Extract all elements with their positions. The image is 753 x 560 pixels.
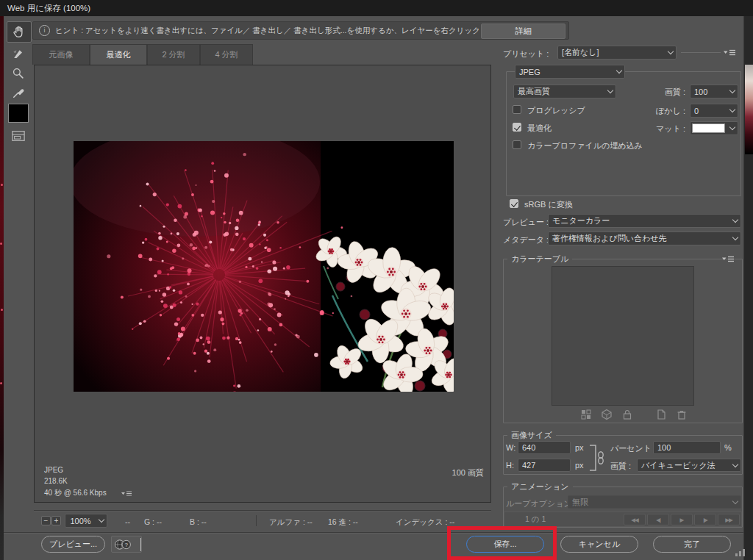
- percent-label: パーセント :: [610, 443, 656, 454]
- preset-value: [名前なし]: [558, 47, 665, 58]
- hand-tool[interactable]: [7, 21, 32, 43]
- zoom-out-button[interactable]: −: [41, 516, 51, 525]
- sliver-spark: [1, 309, 3, 311]
- status-menu-icon[interactable]: [121, 490, 132, 498]
- width-input[interactable]: 640: [518, 441, 571, 454]
- preview-mode-label: プレビュー :: [503, 217, 549, 228]
- chevron-down-icon: [729, 459, 740, 471]
- animation-title: アニメーション: [507, 481, 573, 492]
- sliver-spark: [0, 382, 2, 384]
- slices-visibility-icon: [10, 129, 26, 143]
- embed-profile-label: カラープロファイルの埋め込み: [527, 140, 643, 151]
- percent-unit: %: [724, 443, 732, 452]
- status-download-time: 40 秒 @ 56.6 Kbps: [44, 488, 107, 498]
- loop-options-value: 無限: [568, 497, 729, 508]
- next-frame-button[interactable]: |▶: [694, 514, 716, 525]
- percent-input[interactable]: 100: [653, 441, 721, 454]
- chevron-down-icon: [729, 496, 740, 508]
- progressive-checkbox[interactable]: [513, 105, 521, 114]
- trash-icon[interactable]: [676, 409, 688, 420]
- embed-profile-checkbox[interactable]: [513, 140, 521, 149]
- last-frame-button[interactable]: ▶▶: [718, 514, 740, 525]
- hint-bar: i ヒント : アセットをより速く書き出すには、ファイル／ 書き出し／ 書き出し…: [32, 21, 569, 40]
- sliver-spark: [1, 184, 3, 186]
- resample-value: バイキュービック法: [638, 460, 729, 471]
- divider: [34, 511, 491, 511]
- eyedropper-color-swatch[interactable]: [8, 104, 29, 123]
- divider: [256, 515, 257, 526]
- window-title-bar: Web 用に保存 (100%): [0, 0, 753, 16]
- cancel-button[interactable]: キャンセル: [560, 536, 638, 553]
- preview-image[interactable]: [74, 141, 454, 392]
- browser-globe-icon: ?: [113, 538, 132, 551]
- resize-grip[interactable]: [735, 548, 746, 556]
- browser-select-button[interactable]: ?: [111, 536, 142, 553]
- preview-mode-select[interactable]: モニターカラー: [548, 214, 741, 228]
- done-button[interactable]: 完了: [653, 536, 731, 553]
- quality-value-select[interactable]: 100: [690, 85, 738, 98]
- lock-icon[interactable]: [621, 409, 633, 420]
- web-shift-cube-icon[interactable]: [601, 409, 613, 420]
- quality-value: 100: [690, 87, 727, 96]
- toggle-slices-visibility[interactable]: [9, 128, 28, 144]
- tab-label: 2 分割: [162, 49, 185, 60]
- color-table-swatches[interactable]: [552, 266, 694, 406]
- format-value: JPEG: [515, 68, 613, 76]
- color-value-g: G : --: [144, 517, 162, 526]
- save-for-web-dialog: Web 用に保存 (100%) i ヒント : アセットをより速く書き出すには、…: [0, 0, 753, 560]
- slice-select-tool[interactable]: [10, 46, 27, 63]
- color-value-b: B : --: [190, 517, 207, 526]
- play-button[interactable]: ▶: [671, 514, 693, 525]
- zoom-tool[interactable]: [10, 65, 27, 82]
- color-value-r: --: [125, 517, 130, 526]
- chevron-down-icon: [140, 538, 141, 551]
- srgb-checkbox[interactable]: [510, 199, 518, 208]
- details-button[interactable]: 詳細: [481, 24, 565, 39]
- divider: [4, 533, 743, 534]
- eyedropper-tool[interactable]: [10, 83, 27, 102]
- link-dimensions-icon[interactable]: [588, 442, 607, 473]
- chevron-down-icon: [613, 65, 624, 78]
- quality-label: 画質 :: [629, 87, 685, 98]
- zoom-level-value: 100%: [65, 517, 96, 525]
- color-table-panel-menu-icon[interactable]: [722, 255, 734, 264]
- matte-label: マット :: [629, 123, 685, 134]
- tab-4up[interactable]: 4 分割: [200, 44, 253, 65]
- preset-select[interactable]: [名前なし]: [557, 46, 677, 60]
- preview-in-browser-button[interactable]: プレビュー...: [41, 536, 105, 553]
- matte-select[interactable]: [690, 121, 738, 135]
- resample-select[interactable]: バイキュービック法: [637, 459, 741, 472]
- height-input[interactable]: 427: [518, 459, 571, 472]
- first-frame-button[interactable]: ◀◀: [624, 514, 646, 525]
- dither-icon[interactable]: [580, 409, 592, 420]
- window-title: Web 用に保存 (100%): [7, 4, 90, 12]
- resample-label: 画質 :: [610, 461, 631, 472]
- preset-panel-menu-icon[interactable]: [724, 49, 735, 57]
- alpha-value: アルファ : --: [269, 517, 313, 528]
- width-unit: px: [575, 443, 584, 452]
- optimized-label: 最適化: [527, 123, 552, 134]
- new-color-icon[interactable]: [655, 409, 667, 420]
- chevron-down-icon: [665, 46, 676, 59]
- background-image-sliver-right: [745, 65, 753, 154]
- quality-preset-select[interactable]: 最高画質: [513, 85, 616, 98]
- loop-options-label: ループオプション :: [506, 498, 577, 509]
- zoom-in-button[interactable]: +: [51, 516, 61, 525]
- tab-2up[interactable]: 2 分割: [147, 44, 200, 65]
- loop-options-select[interactable]: 無限: [568, 495, 741, 509]
- zoom-level-select[interactable]: 100%: [65, 514, 107, 528]
- metadata-select[interactable]: 著作権情報および問い合わせ先: [548, 231, 741, 245]
- progressive-label: プログレッシブ: [527, 105, 585, 116]
- sliver-spark: [0, 243, 2, 245]
- previous-frame-button[interactable]: ◀|: [647, 514, 669, 525]
- divider: [681, 52, 721, 53]
- tab-original[interactable]: 元画像: [32, 44, 90, 65]
- tab-optimized[interactable]: 最適化: [90, 44, 147, 65]
- format-select[interactable]: JPEG: [515, 65, 625, 79]
- optimized-checkbox[interactable]: [513, 123, 521, 132]
- blur-select[interactable]: 0: [690, 104, 738, 118]
- width-label: W:: [506, 443, 515, 452]
- info-icon: i: [39, 25, 50, 36]
- srgb-label: sRGB に変換: [524, 199, 573, 210]
- color-table-title: カラーテーブル: [507, 254, 572, 265]
